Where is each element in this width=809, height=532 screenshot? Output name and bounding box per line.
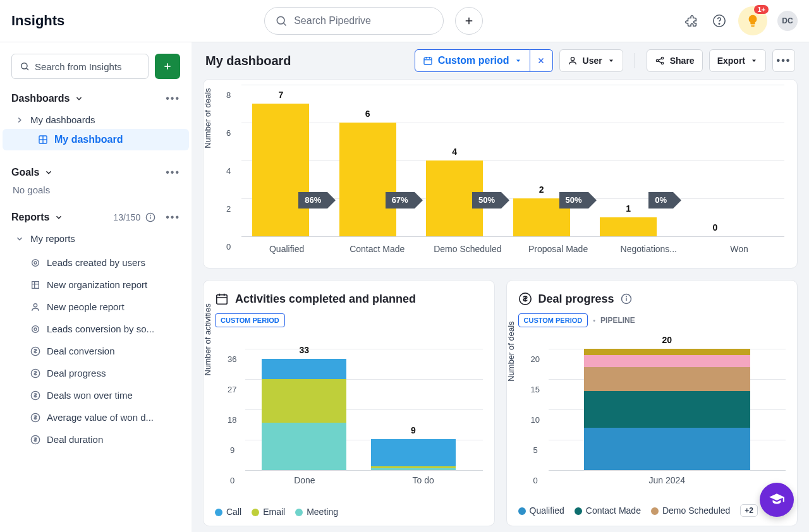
user-label: User — [583, 56, 602, 66]
report-item[interactable]: New people report — [11, 296, 180, 318]
share-button[interactable]: Share — [647, 49, 703, 72]
calendar-icon — [423, 56, 433, 66]
x-label: Qualified — [241, 244, 332, 254]
report-item[interactable]: Deal conversion — [11, 340, 180, 362]
extensions-button[interactable] — [683, 12, 700, 30]
section-goals[interactable]: Goals — [11, 167, 39, 178]
user-avatar[interactable]: DC — [777, 11, 798, 31]
svg-point-22 — [32, 325, 39, 332]
activities-chart: 36 27 18 9 0 33 9 — [245, 349, 483, 470]
org-icon — [30, 280, 40, 290]
svg-marker-33 — [516, 60, 520, 63]
plus-icon — [463, 15, 475, 27]
funnel-chart-card: Number of deals 8 6 4 2 0 7 6 4 2 1 0 86… — [203, 79, 798, 269]
sidebar-item-my-reports[interactable]: My reports — [11, 229, 180, 248]
svg-point-0 — [277, 16, 285, 24]
tips-button[interactable]: 1+ — [738, 6, 767, 35]
dashboards-more[interactable]: ••• — [166, 93, 180, 104]
section-dashboards[interactable]: Dashboards — [11, 93, 70, 104]
conversion-rate: 86% — [298, 192, 327, 209]
chevron-down-icon[interactable] — [44, 168, 53, 177]
report-item[interactable]: Deal progress — [11, 362, 180, 384]
svg-point-5 — [719, 23, 719, 24]
notification-badge: 1+ — [754, 5, 769, 14]
my-dashboards-label: My dashboards — [30, 114, 95, 125]
info-icon[interactable] — [621, 293, 632, 305]
dollar-icon — [518, 292, 532, 306]
period-badge[interactable]: CUSTOM PERIOD — [518, 313, 588, 327]
funnel-chart: 8 6 4 2 0 7 6 4 2 1 0 86% 67% 50% 50% 0% — [241, 85, 784, 236]
x-label: Contact Made — [332, 244, 422, 254]
lightbulb-icon — [746, 14, 760, 28]
search-icon — [20, 61, 30, 71]
svg-point-51 — [626, 296, 626, 297]
target-icon — [30, 324, 40, 334]
svg-line-41 — [658, 59, 661, 61]
card-title: Deal progress — [538, 293, 614, 306]
bar-value: 1 — [626, 203, 631, 214]
y-axis-label: Number of deals — [506, 321, 515, 381]
no-goals-text: No goals — [11, 184, 180, 195]
dollar-icon — [30, 413, 40, 423]
caret-down-icon — [750, 57, 758, 64]
share-label: Share — [670, 56, 695, 66]
export-label: Export — [717, 56, 745, 66]
sidebar-item-my-dashboard[interactable]: My dashboard — [3, 129, 189, 150]
svg-point-21 — [33, 303, 37, 306]
chevron-down-icon[interactable] — [54, 213, 63, 222]
add-insight-button[interactable] — [155, 54, 180, 79]
svg-marker-43 — [752, 60, 756, 63]
chevron-right-icon — [15, 116, 24, 124]
add-global-button[interactable] — [455, 7, 483, 35]
pipeline-label: PIPELINE — [600, 316, 635, 325]
period-badge[interactable]: CUSTOM PERIOD — [215, 313, 285, 327]
report-item[interactable]: Average value of won d... — [11, 406, 180, 428]
conversion-rate: 50% — [559, 192, 588, 209]
x-label: To do — [364, 475, 483, 485]
user-filter[interactable]: User — [559, 49, 623, 72]
section-reports[interactable]: Reports — [11, 212, 49, 223]
report-item[interactable]: Deals won over time — [11, 384, 180, 406]
x-label: Won — [694, 244, 784, 254]
report-item[interactable]: Deal duration — [11, 428, 180, 450]
global-search[interactable]: Search Pipedrive — [264, 7, 444, 35]
stack-total: 20 — [662, 335, 672, 345]
caret-down-icon — [607, 57, 615, 64]
goals-more[interactable]: ••• — [166, 167, 180, 178]
info-icon[interactable] — [145, 212, 155, 222]
sidebar-item-my-dashboards[interactable]: My dashboards — [11, 111, 180, 129]
app-title: Insights — [11, 13, 64, 29]
svg-line-7 — [27, 68, 28, 70]
report-item[interactable]: Leads created by users — [11, 251, 180, 274]
insights-search[interactable]: Search from Insights — [11, 54, 149, 79]
x-label: Demo Scheduled — [422, 244, 513, 254]
report-item[interactable]: Leads conversion by so... — [11, 318, 180, 340]
close-icon — [537, 56, 545, 65]
academy-button[interactable] — [760, 483, 794, 517]
chevron-down-icon — [15, 234, 24, 243]
conversion-rate: 50% — [472, 192, 501, 209]
stack-total: 9 — [411, 425, 416, 435]
conversion-rate: 67% — [386, 192, 415, 209]
svg-point-36 — [571, 57, 574, 61]
help-button[interactable] — [710, 12, 728, 30]
chevron-down-icon[interactable] — [75, 94, 83, 103]
period-clear-button[interactable] — [530, 49, 553, 72]
bar-value: 6 — [365, 109, 370, 119]
target-icon — [30, 258, 40, 268]
report-item[interactable]: New organization report — [11, 274, 180, 296]
reports-more[interactable]: ••• — [166, 212, 180, 223]
person-icon — [568, 56, 578, 66]
x-label: Done — [245, 475, 364, 485]
period-filter[interactable]: Custom period — [415, 49, 553, 72]
dollar-icon — [30, 390, 40, 401]
bar-value: 7 — [278, 90, 283, 100]
activities-card: Activities completed and planned CUSTOM … — [203, 280, 495, 526]
dashboard-icon — [38, 135, 48, 145]
more-actions[interactable]: ••• — [772, 49, 795, 72]
legend-more[interactable]: +2 — [740, 504, 758, 517]
svg-line-1 — [284, 23, 286, 26]
export-button[interactable]: Export — [709, 49, 766, 72]
dollar-icon — [30, 368, 40, 378]
reports-count: 13/150 — [113, 212, 140, 222]
